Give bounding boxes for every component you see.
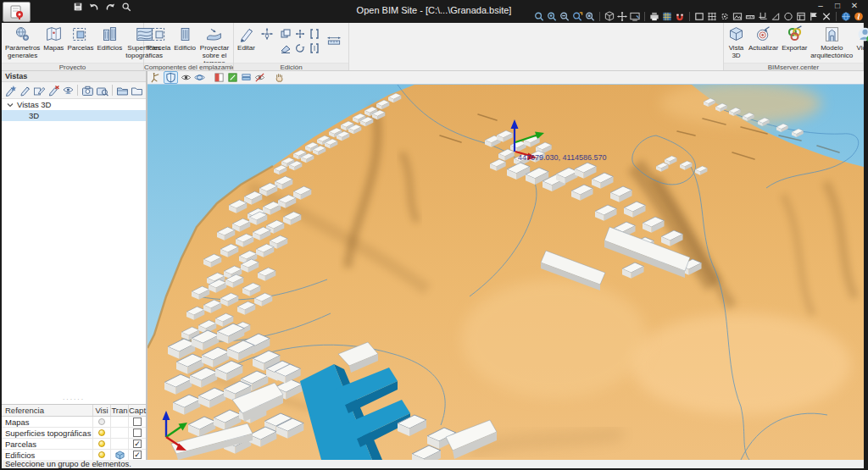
zoom-window-icon[interactable]	[533, 11, 545, 22]
align-left-icon[interactable]	[309, 42, 320, 54]
zoom-scale-icon[interactable]	[584, 11, 596, 22]
ribbon-spacer	[349, 23, 723, 70]
snap-magnet-icon[interactable]	[674, 11, 686, 22]
tree-node-vistas-3d[interactable]: Vistas 3D	[2, 99, 146, 110]
table-row-superficies[interactable]: Superficies topográficas	[2, 428, 146, 439]
minimize-button[interactable]: –	[812, 0, 829, 12]
clipping-green-icon[interactable]	[227, 72, 238, 83]
divider	[689, 12, 690, 21]
move-icon[interactable]	[294, 28, 306, 40]
edit-nodes-button[interactable]	[257, 25, 277, 44]
panel-splitter[interactable]: ······	[2, 397, 146, 402]
visibility-bulb-icon[interactable]	[98, 429, 105, 436]
transparency-cube-icon[interactable]	[115, 451, 125, 460]
maximize-button[interactable]: □	[829, 0, 846, 12]
zoom-refresh-icon[interactable]	[571, 11, 583, 22]
new-view-icon[interactable]	[4, 85, 17, 97]
layers-box-icon[interactable]	[241, 72, 252, 83]
viewport-3d[interactable]: 447679.030, 4114586.570	[147, 85, 864, 460]
pan-hand-icon[interactable]	[274, 72, 285, 83]
capture-icon[interactable]	[81, 85, 94, 97]
viewport-toolbar	[147, 71, 864, 85]
save-icon[interactable]	[73, 2, 83, 12]
proyectar-sobre-terreno-button[interactable]: Proyectar sobre el terreno	[198, 25, 231, 68]
image-icon[interactable]	[732, 11, 743, 22]
table-row-parcelas[interactable]: Parcelas	[2, 439, 146, 450]
delete-view-icon[interactable]	[47, 85, 60, 97]
visibility-bulb-icon[interactable]	[98, 451, 105, 458]
views-panel-title: Vistas	[2, 71, 146, 82]
app-logo-icon	[8, 3, 25, 20]
vista-3d-button[interactable]: Vista 3D	[726, 25, 747, 60]
rotate-icon[interactable]	[294, 42, 306, 54]
visibility-bulb-icon[interactable]	[98, 440, 105, 447]
duplicate-view-icon[interactable]	[33, 85, 46, 97]
pan-arrows-icon[interactable]	[616, 11, 628, 22]
parcelas-button[interactable]: Parcelas	[65, 25, 95, 53]
measure-button[interactable]	[324, 31, 344, 51]
print-icon[interactable]	[648, 11, 660, 22]
undo-icon[interactable]	[89, 2, 99, 12]
circle-icon[interactable]	[782, 11, 794, 22]
divider	[599, 12, 600, 21]
isometric-cube-icon[interactable]	[604, 11, 615, 22]
visibility-eye-icon[interactable]	[181, 72, 192, 83]
clipping-red-icon[interactable]	[214, 72, 225, 83]
capture-checkbox[interactable]	[133, 440, 142, 448]
layers-panel-icon[interactable]	[795, 11, 807, 22]
dimension-ruler-icon[interactable]	[744, 11, 756, 22]
parcela-button[interactable]: Parcela	[146, 25, 172, 53]
erase-icon[interactable]	[280, 42, 292, 54]
visibility-bulb-icon[interactable]	[98, 418, 105, 425]
editar-button[interactable]: Editar	[236, 25, 257, 53]
group-open-icon[interactable]	[116, 85, 129, 97]
workplane-shield-button-selected[interactable]	[164, 71, 178, 84]
capture-checkbox[interactable]	[133, 451, 142, 459]
crop-plan-icon[interactable]	[757, 11, 769, 22]
modelo-arquitectonico-button[interactable]: Modelo arquitectónico	[809, 25, 854, 60]
zoom-out-icon[interactable]	[559, 11, 570, 22]
table-row-mapas[interactable]: Mapas	[2, 417, 146, 428]
close-button[interactable]: ✕	[846, 0, 863, 12]
cut-scissors-icon[interactable]	[821, 11, 832, 22]
ribbon-group-bimserver: Vista 3D Actualizar Exportar Modelo arqu…	[723, 23, 864, 70]
zoom-search-icon[interactable]	[121, 2, 131, 12]
orbit-icon[interactable]	[194, 72, 205, 83]
actualizar-button[interactable]: Actualizar	[747, 25, 780, 53]
edicion-tools	[280, 28, 321, 55]
capture-zoom-icon[interactable]	[96, 85, 108, 97]
reference-target-icon[interactable]	[719, 11, 731, 22]
app-menu-button[interactable]	[3, 2, 31, 22]
chevron-down-icon[interactable]	[7, 102, 14, 108]
bimserver-globe-icon[interactable]	[840, 11, 852, 22]
edificios-button[interactable]: Edificios	[96, 25, 125, 53]
grid-icon[interactable]	[706, 11, 718, 22]
hide-eye-icon[interactable]	[254, 72, 265, 83]
capture-checkbox[interactable]	[133, 417, 142, 426]
redo-icon[interactable]	[105, 2, 115, 12]
align-right-icon[interactable]	[309, 28, 320, 40]
select-rectangle-icon[interactable]	[693, 11, 705, 22]
copy-icon[interactable]	[280, 28, 292, 40]
annotation-flag-icon[interactable]	[808, 11, 820, 22]
capture-checkbox[interactable]	[133, 429, 142, 437]
group-icon[interactable]	[131, 85, 143, 97]
full-screen-icon[interactable]	[629, 11, 641, 22]
divider	[644, 12, 645, 21]
tree-node-3d[interactable]: 3D	[2, 110, 146, 121]
parametros-generales-button[interactable]: Parámetros generales	[3, 25, 42, 60]
mapas-button[interactable]: Mapas	[42, 25, 65, 53]
ribbon: Parámetros generales Mapas Parcelas Edif…	[2, 23, 864, 71]
ribbon-group-proyecto: Parámetros generales Mapas Parcelas Edif…	[2, 23, 144, 70]
edificio-button[interactable]: Edificio	[172, 25, 198, 53]
exportar-button[interactable]: Exportar	[780, 25, 809, 53]
current-view-icon[interactable]	[62, 85, 75, 97]
edit-view-icon[interactable]	[19, 85, 31, 97]
ribbon-group-edicion: Editar Edición	[234, 23, 349, 70]
zoom-extents-icon[interactable]	[546, 11, 558, 22]
background-grid-icon[interactable]	[661, 11, 673, 22]
user-account-button[interactable]: Victor	[854, 25, 868, 53]
coordinate-axes-icon[interactable]	[150, 72, 161, 83]
help-icon[interactable]	[853, 11, 865, 22]
set-square-icon[interactable]	[770, 11, 782, 22]
